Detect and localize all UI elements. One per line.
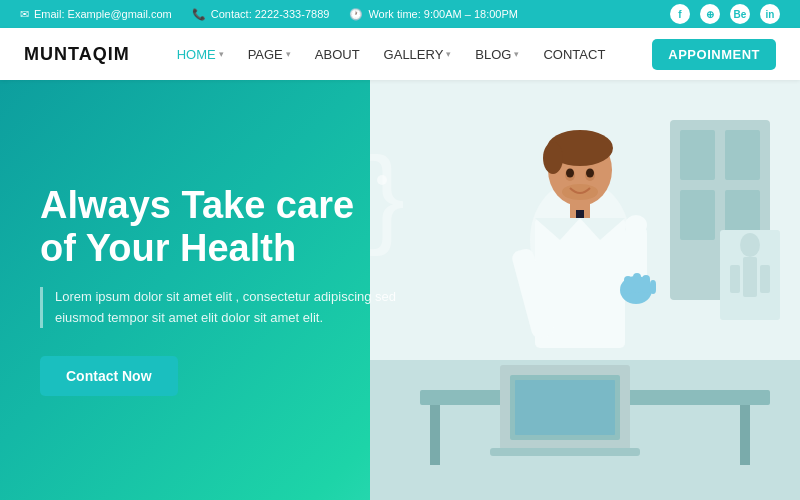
nav-blog[interactable]: BLOG ▾ xyxy=(465,41,529,68)
nav-about-label: ABOUT xyxy=(315,47,360,62)
topbar-phone: 📞 Contact: 2222-333-7889 xyxy=(192,8,330,21)
topbar-social: f ⊕ Be in xyxy=(670,4,780,24)
svg-rect-15 xyxy=(740,405,750,465)
website-icon[interactable]: ⊕ xyxy=(700,4,720,24)
svg-point-28 xyxy=(562,184,598,200)
svg-rect-12 xyxy=(760,265,770,293)
hero-content: Always Take care of Your Health Lorem ip… xyxy=(0,184,400,397)
svg-rect-19 xyxy=(515,380,615,435)
contact-now-button[interactable]: Contact Now xyxy=(40,356,178,396)
topbar: ✉ Email: Example@gmail.com 📞 Contact: 22… xyxy=(0,0,800,28)
email-icon: ✉ xyxy=(20,8,29,21)
svg-rect-35 xyxy=(624,276,632,294)
svg-rect-5 xyxy=(725,130,760,180)
svg-rect-14 xyxy=(430,405,440,465)
hero-title-line2: of Your Health xyxy=(40,227,296,269)
svg-point-9 xyxy=(740,233,760,257)
nav-home-label: HOME xyxy=(177,47,216,62)
svg-point-33 xyxy=(625,215,647,235)
hero-title-line1: Always Take care xyxy=(40,184,354,226)
svg-point-27 xyxy=(586,169,594,178)
nav-gallery[interactable]: GALLERY ▾ xyxy=(374,41,462,68)
chevron-down-icon: ▾ xyxy=(286,49,291,59)
clock-icon: 🕐 xyxy=(349,8,363,21)
svg-rect-38 xyxy=(650,280,656,294)
topbar-worktime: 🕐 Work time: 9:00AM – 18:00PM xyxy=(349,8,518,21)
appointment-button[interactable]: APPOINMENT xyxy=(652,39,776,70)
doctor-illustration xyxy=(370,80,800,500)
topbar-email: ✉ Email: Example@gmail.com xyxy=(20,8,172,21)
nav-gallery-label: GALLERY xyxy=(384,47,444,62)
nav-links: HOME ▾ PAGE ▾ ABOUT GALLERY ▾ BLOG ▾ CON… xyxy=(167,41,616,68)
nav-blog-label: BLOG xyxy=(475,47,511,62)
topbar-contact-info: ✉ Email: Example@gmail.com 📞 Contact: 22… xyxy=(20,8,518,21)
chevron-down-icon: ▾ xyxy=(514,49,519,59)
svg-rect-10 xyxy=(743,257,757,297)
nav-page-label: PAGE xyxy=(248,47,283,62)
svg-point-23 xyxy=(543,142,563,174)
nav-page[interactable]: PAGE ▾ xyxy=(238,41,301,68)
nav-contact[interactable]: CONTACT xyxy=(533,41,615,68)
hero-title: Always Take care of Your Health xyxy=(40,184,400,271)
nav-contact-label: CONTACT xyxy=(543,47,605,62)
svg-rect-36 xyxy=(633,273,641,293)
hero-section: } Always Take care of Your Health Lorem … xyxy=(0,80,800,500)
facebook-icon[interactable]: f xyxy=(670,4,690,24)
worktime-text: Work time: 9:00AM – 18:00PM xyxy=(368,8,518,20)
nav-about[interactable]: ABOUT xyxy=(305,41,370,68)
svg-rect-11 xyxy=(730,265,740,293)
phone-text: Contact: 2222-333-7889 xyxy=(211,8,330,20)
nav-home[interactable]: HOME ▾ xyxy=(167,41,234,68)
behance-icon[interactable]: Be xyxy=(730,4,750,24)
chevron-down-icon: ▾ xyxy=(219,49,224,59)
svg-rect-18 xyxy=(490,448,640,456)
doctor-image-area xyxy=(370,80,800,500)
navbar: MUNTAQIM HOME ▾ PAGE ▾ ABOUT GALLERY ▾ B… xyxy=(0,28,800,80)
svg-rect-4 xyxy=(680,130,715,180)
svg-rect-6 xyxy=(680,190,715,240)
logo: MUNTAQIM xyxy=(24,44,130,65)
hero-description: Lorem ipsum dolor sit amet elit , consec… xyxy=(40,287,400,329)
email-text: Email: Example@gmail.com xyxy=(34,8,172,20)
svg-rect-37 xyxy=(642,275,650,293)
chevron-down-icon: ▾ xyxy=(446,49,451,59)
phone-icon: 📞 xyxy=(192,8,206,21)
svg-point-26 xyxy=(566,169,574,178)
linkedin-icon[interactable]: in xyxy=(760,4,780,24)
